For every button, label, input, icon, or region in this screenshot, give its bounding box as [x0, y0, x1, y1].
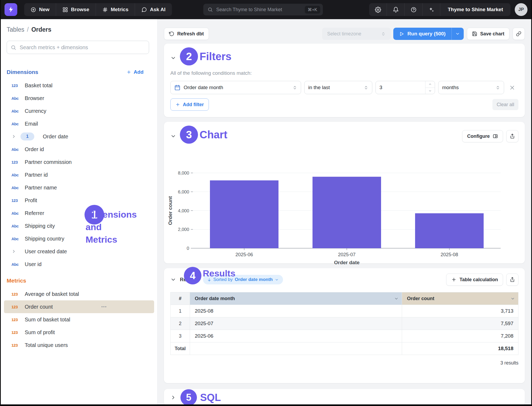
expand-sql-icon[interactable] [170, 395, 176, 400]
dimension-item-order-id[interactable]: AbcOrder id [4, 143, 154, 156]
total-value: 18,518 [402, 342, 518, 355]
collapse-chart-icon[interactable] [170, 133, 176, 139]
y-axis-label: Order count [167, 196, 173, 225]
dimension-label: Partner commission [25, 159, 72, 165]
workspace-name[interactable]: Thyme to Shine Market [440, 7, 510, 13]
dimension-item-currency[interactable]: AbcCurrency [4, 105, 154, 117]
cell-order-count[interactable]: 3,713 [402, 305, 518, 317]
timezone-select[interactable]: Select timezone [322, 28, 391, 40]
refresh-dbt-button[interactable]: Refresh dbt [164, 28, 209, 40]
dimension-item-email[interactable]: AbcEmail [4, 117, 154, 130]
expand-chevron-icon[interactable] [11, 134, 16, 139]
cell-order-count[interactable]: 7,208 [402, 330, 518, 342]
chevron-down-icon[interactable] [510, 296, 515, 301]
stepper-down-button[interactable] [425, 88, 435, 94]
global-search-input[interactable]: Search Thyme to Shine Market ⌘+K [203, 4, 323, 15]
fields-search-input[interactable]: Search metrics + dimensions [7, 41, 149, 54]
bar-2025-08[interactable] [415, 213, 484, 248]
remove-filter-button[interactable] [509, 85, 515, 90]
dimension-label: User created date [25, 248, 67, 255]
cell-order-count[interactable]: 7,597 [402, 317, 518, 330]
filter-operator-select[interactable]: in the last [304, 81, 372, 94]
dimension-item-partner-name[interactable]: AbcPartner name [4, 181, 154, 194]
dimension-item-referrer[interactable]: AbcReferrer [4, 207, 154, 219]
dimension-item-shipping-country[interactable]: AbcShipping country [4, 232, 154, 245]
metrics-title: Metrics [7, 277, 26, 284]
sorted-by-pill[interactable]: Sorted by Order date month [203, 275, 283, 284]
cell-order-date-month[interactable]: 2025-07 [190, 317, 402, 330]
dimension-item-basket-total[interactable]: 123Basket total [4, 79, 154, 92]
nav-item-new[interactable]: New [24, 3, 56, 16]
y-axis-tick: 4,000 [178, 208, 189, 213]
cell-order-date-month[interactable]: 2025-08 [190, 305, 402, 317]
table-row[interactable]: 12025-083,713 [171, 305, 518, 317]
ai-sparkles-button[interactable] [423, 3, 440, 16]
filter-value-input[interactable]: 3 [375, 81, 435, 94]
number-type-icon: 123 [11, 83, 18, 88]
row-actions-menu[interactable] [101, 304, 107, 310]
dimension-item-partner-commission[interactable]: 123Partner commission [4, 156, 154, 168]
export-results-button[interactable] [506, 274, 518, 286]
bar-2025-07[interactable] [313, 177, 381, 248]
column-header-order-date-month[interactable]: Order date month [190, 292, 402, 305]
filter-field-select[interactable]: Order date month [170, 81, 301, 94]
app-logo[interactable] [5, 3, 17, 16]
run-query-label: Run query (500) [407, 31, 446, 37]
nav-item-browse[interactable]: Browse [56, 3, 96, 16]
run-query-options-button[interactable] [451, 28, 464, 40]
metric-item-total-unique-users[interactable]: 123Total unique users [4, 339, 154, 351]
search-shortcut-badge: ⌘+K [305, 6, 320, 14]
string-type-icon: Abc [11, 96, 19, 101]
copy-link-button[interactable] [513, 28, 525, 40]
dimension-label: Shipping country [25, 236, 64, 242]
string-type-icon: Abc [11, 122, 19, 126]
metric-item-average-of-basket-total[interactable]: 123Average of basket total [4, 288, 154, 300]
x-axis-label: Order date [334, 260, 360, 265]
plus-icon [451, 277, 457, 282]
clear-all-filters-button[interactable]: Clear all [492, 99, 518, 110]
gear-icon [375, 7, 381, 13]
dimension-item-user-created-date[interactable]: User created date [4, 245, 154, 258]
add-filter-button[interactable]: Add filter [170, 98, 209, 111]
metric-item-sum-of-profit[interactable]: 123Sum of profit [4, 326, 154, 339]
table-calculation-button[interactable]: Table calculation [446, 274, 503, 286]
column-header-order-count[interactable]: Order count [402, 292, 518, 305]
navbar-right-group: Thyme to Shine Market [369, 3, 510, 16]
collapse-results-icon[interactable] [170, 277, 176, 283]
nav-item-ask-ai[interactable]: Ask AI [135, 3, 172, 16]
avatar[interactable]: JP [515, 3, 527, 16]
table-row[interactable]: 32025-067,208 [171, 330, 518, 342]
dimension-item-order-date[interactable]: 1Order date [4, 130, 154, 143]
breadcrumb-tables-link[interactable]: Tables [7, 26, 24, 33]
chevron-down-icon[interactable] [394, 296, 399, 301]
nav-item-label: Browse [71, 7, 89, 13]
dimension-item-user-id[interactable]: AbcUser id [4, 258, 154, 271]
cell-order-date-month[interactable]: 2025-06 [190, 330, 402, 342]
configure-chart-button[interactable]: Configure [462, 130, 503, 142]
settings-button[interactable] [369, 3, 387, 16]
filter-unit-select[interactable]: months [438, 81, 504, 94]
dimension-item-profit[interactable]: 123Profit [4, 194, 154, 207]
run-query-split-button: Run query (500) [393, 28, 464, 40]
metric-item-order-count[interactable]: 123Order count [4, 300, 154, 313]
save-chart-button[interactable]: Save chart [467, 28, 509, 40]
table-row[interactable]: 22025-077,597 [171, 317, 518, 330]
export-chart-button[interactable] [506, 130, 518, 142]
bar-2025-06[interactable] [210, 180, 278, 248]
metric-item-sum-of-basket-total[interactable]: 123Sum of basket total [4, 313, 154, 326]
expand-chevron-icon[interactable] [11, 249, 16, 254]
dimension-item-browser[interactable]: AbcBrowser [4, 92, 154, 105]
collapse-filters-icon[interactable] [170, 55, 176, 61]
add-dimension-button[interactable]: Add [126, 69, 143, 75]
help-button[interactable] [405, 3, 423, 16]
help-circle-icon [411, 7, 417, 13]
dimension-item-shipping-city[interactable]: AbcShipping city [4, 219, 154, 232]
row-actions-icon[interactable] [101, 304, 107, 310]
nav-item-metrics[interactable]: Metrics [96, 3, 135, 16]
dimension-item-partner-id[interactable]: AbcPartner id [4, 168, 154, 181]
stepper-up-button[interactable] [425, 81, 435, 88]
plus-icon [175, 102, 180, 107]
notifications-button[interactable] [387, 3, 405, 16]
number-type-icon: 123 [11, 292, 18, 296]
run-query-button[interactable]: Run query (500) [393, 28, 451, 40]
